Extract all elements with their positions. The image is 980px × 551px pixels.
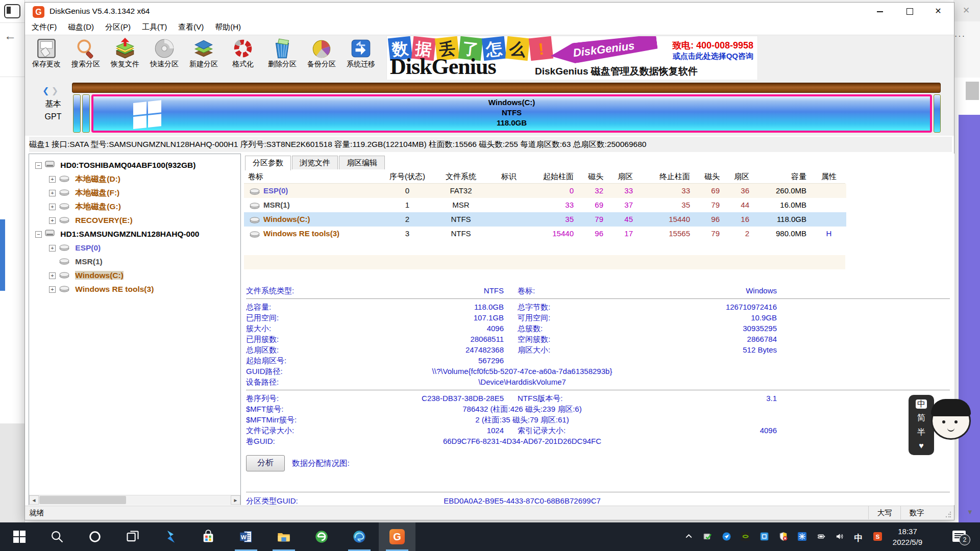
partition-windows-c-bar[interactable]: Windows(C:) NTFS 118.0GB — [91, 94, 932, 133]
partition-row-0[interactable]: ESP(0)0FAT3203233336936260.0MB — [244, 184, 846, 198]
next-disk-icon[interactable]: ❯ — [52, 86, 58, 95]
column-header[interactable]: 扇区 — [726, 169, 755, 184]
column-header[interactable]: 起始柱面 — [529, 169, 580, 184]
taskbar-diskgenius-button[interactable]: G — [379, 522, 415, 551]
menu-item-4[interactable]: 查看(V) — [173, 21, 209, 34]
tree-item-7[interactable]: MSR(1) — [29, 255, 240, 268]
toolbar-new-button[interactable]: 新建分区 — [184, 37, 223, 79]
tray-battery-icon[interactable] — [815, 532, 826, 542]
tree-expander-plus[interactable]: + — [49, 204, 56, 210]
tray-defender-icon[interactable] — [777, 532, 789, 542]
tray-nvidia-icon[interactable] — [740, 532, 751, 542]
background-scrollbar-thumb[interactable] — [966, 82, 979, 100]
window-restore-icon[interactable] — [4, 4, 20, 18]
taskbar-clock[interactable]: 18:37 2022/5/9 — [884, 526, 931, 547]
scroll-down-icon[interactable]: ▼ — [967, 508, 973, 516]
banner-qq-link[interactable]: 或点击此处选择QQ咨询 — [673, 52, 753, 61]
analyze-button[interactable]: 分析 — [246, 455, 285, 471]
tree-expander-plus[interactable]: + — [49, 190, 56, 196]
column-header[interactable]: 卷标 — [244, 169, 382, 184]
ime-bar-item-1[interactable]: 简 — [917, 413, 925, 422]
toolbar-recover-button[interactable]: 恢复文件 — [106, 37, 144, 79]
tree-expander-plus[interactable]: + — [49, 272, 56, 279]
background-close-icon[interactable]: ✕ — [963, 5, 970, 16]
prev-disk-icon[interactable]: ❮ — [42, 86, 49, 95]
tray-antivirus-icon[interactable] — [702, 532, 713, 542]
tree-item-9[interactable]: + Windows RE tools(3) — [29, 282, 240, 296]
tree-item-8[interactable]: + Windows(C:) — [29, 268, 240, 282]
tree-item-1[interactable]: + 本地磁盘(D:) — [29, 172, 240, 186]
column-header[interactable]: 文件系统 — [433, 169, 489, 184]
menu-item-3[interactable]: 工具(T) — [136, 21, 173, 34]
column-header[interactable]: 属性 — [813, 169, 845, 184]
toolbar-migrate-button[interactable]: 系统迁移 — [341, 37, 380, 79]
taskbar-taskview-button[interactable] — [114, 522, 151, 551]
notification-center-icon[interactable]: 2 — [952, 531, 966, 542]
scroll-right-icon[interactable]: ► — [231, 495, 240, 505]
tray-sogou-icon[interactable]: S — [872, 532, 883, 542]
tray-chevron-icon[interactable] — [683, 532, 694, 542]
maximize-button[interactable] — [898, 3, 921, 20]
column-header[interactable]: 磁头 — [696, 169, 726, 184]
toolbar-delete-button[interactable]: 删除分区 — [263, 37, 302, 79]
tree-item-0[interactable]: − HD0:TOSHIBAMQ04ABF100(932GB) — [29, 158, 240, 172]
column-header[interactable]: 磁头 — [580, 169, 609, 184]
taskbar-word-button[interactable]: W — [228, 522, 264, 551]
taskbar-thunder-button[interactable] — [152, 522, 189, 551]
partition-row-2[interactable]: Windows(C:)2NTFS357945154409616118.0GB — [244, 212, 846, 227]
taskbar-explorer-button[interactable] — [265, 522, 302, 551]
ad-banner[interactable]: 数据丢了怎么! DiskGenius DiskGenius 致电: 400-00… — [386, 36, 758, 81]
menu-item-2[interactable]: 分区(P) — [100, 21, 136, 34]
partition-row-1[interactable]: MSR(1)1MSR33693735794416.0MB — [244, 198, 846, 212]
scroll-left-icon[interactable]: ◄ — [29, 495, 39, 505]
ime-bar-item-2[interactable]: 半 — [917, 428, 925, 437]
toolbar-quick-button[interactable]: 快速分区 — [145, 37, 184, 79]
column-header[interactable]: 容量 — [755, 169, 813, 184]
column-header[interactable]: 扇区 — [609, 169, 639, 184]
tree-hscrollbar[interactable]: ◄ ► — [29, 495, 240, 505]
tree-expander-minus[interactable]: − — [35, 162, 42, 169]
taskbar-store-button[interactable] — [190, 522, 227, 551]
ime-toolbar[interactable]: 中简半♥ — [909, 395, 934, 455]
taskbar-search-button[interactable] — [39, 522, 76, 551]
minimize-button[interactable] — [868, 3, 892, 20]
column-header[interactable]: 序号(状态) — [382, 169, 433, 184]
partition-re-tools-bar[interactable] — [934, 94, 941, 133]
tree-expander-minus[interactable]: − — [35, 231, 42, 238]
tray-ime-icon[interactable]: 中 — [853, 532, 864, 542]
menu-item-0[interactable]: 文件(F) — [26, 21, 62, 34]
tree-expander-plus[interactable]: + — [49, 286, 56, 293]
scrollbar-thumb[interactable] — [39, 496, 126, 504]
taskbar-browser360-button[interactable] — [303, 522, 340, 551]
partition-esp-bar[interactable] — [73, 94, 81, 133]
toolbar-search-button[interactable]: 搜索分区 — [66, 37, 105, 79]
tree-expander-plus[interactable]: + — [49, 176, 56, 183]
disk-nav-arrows[interactable]: ❮ ❯ — [42, 86, 58, 95]
close-button[interactable]: ✕ — [926, 3, 950, 20]
ime-bar-item-0[interactable]: 中 — [916, 399, 927, 409]
more-options-icon[interactable]: ··· — [954, 32, 966, 41]
toolbar-format-button[interactable]: 格式化 — [224, 37, 262, 79]
tab-1[interactable]: 浏览文件 — [292, 156, 338, 169]
tree-expander-plus[interactable]: + — [49, 217, 56, 224]
tree-expander-plus[interactable]: + — [49, 245, 56, 252]
menu-item-1[interactable]: 磁盘(D) — [62, 21, 100, 34]
tray-snowflake-icon[interactable] — [796, 532, 807, 542]
toolbar-save-button[interactable]: 保存更改 — [27, 37, 66, 79]
resize-grip[interactable] — [945, 511, 952, 518]
tab-0[interactable]: 分区参数 — [245, 156, 291, 170]
tray-dingtalk-icon[interactable] — [721, 532, 732, 542]
column-header[interactable]: 标识 — [489, 169, 529, 184]
tray-volume-icon[interactable] — [834, 532, 845, 542]
taskbar-start-button[interactable] — [1, 522, 38, 551]
column-header[interactable]: 终止柱面 — [639, 169, 696, 184]
menu-item-5[interactable]: 帮助(H) — [209, 21, 247, 34]
tray-intel-icon[interactable] — [758, 532, 770, 542]
partition-row-3[interactable]: Windows RE tools(3)3NTFS1544096171556579… — [244, 227, 846, 241]
tree-item-3[interactable]: + 本地磁盘(G:) — [29, 199, 240, 213]
taskbar-cortana-button[interactable] — [77, 522, 113, 551]
tree-item-4[interactable]: + RECOVERY(E:) — [29, 213, 240, 227]
toolbar-backup-button[interactable]: 备份分区 — [302, 37, 341, 79]
back-arrow-icon[interactable]: ← — [4, 29, 16, 43]
partition-msr-bar[interactable] — [82, 94, 90, 133]
